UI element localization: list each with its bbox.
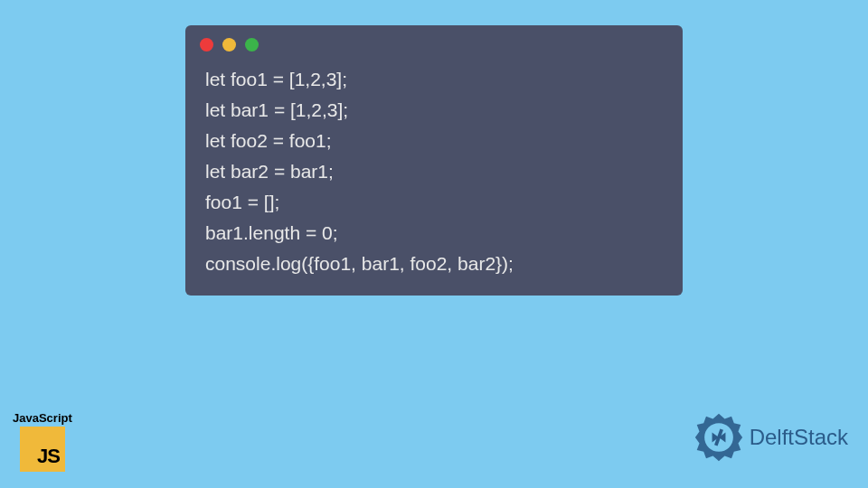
- javascript-logo-text: JS: [37, 445, 60, 468]
- code-line: foo1 = [];: [205, 187, 663, 218]
- code-body: let foo1 = [1,2,3]; let bar1 = [1,2,3]; …: [185, 61, 683, 279]
- minimize-icon: [222, 38, 236, 52]
- code-line: let foo2 = foo1;: [205, 126, 663, 156]
- code-line: let bar2 = bar1;: [205, 156, 663, 187]
- code-line: bar1.length = 0;: [205, 218, 663, 249]
- javascript-label: JavaScript: [13, 411, 72, 425]
- javascript-badge: JavaScript JS: [13, 411, 72, 472]
- delftstack-badge: DelftStack: [693, 412, 848, 463]
- code-line: console.log({foo1, bar1, foo2, bar2});: [205, 249, 663, 279]
- delftstack-logo-icon: [693, 412, 744, 463]
- window-controls: [185, 25, 683, 61]
- delftstack-text: DelftStack: [750, 425, 848, 450]
- code-window: let foo1 = [1,2,3]; let bar1 = [1,2,3]; …: [185, 25, 683, 296]
- code-line: let bar1 = [1,2,3];: [205, 95, 663, 126]
- code-line: let foo1 = [1,2,3];: [205, 64, 663, 95]
- close-icon: [200, 38, 213, 52]
- javascript-logo-icon: JS: [20, 427, 65, 472]
- maximize-icon: [245, 38, 259, 52]
